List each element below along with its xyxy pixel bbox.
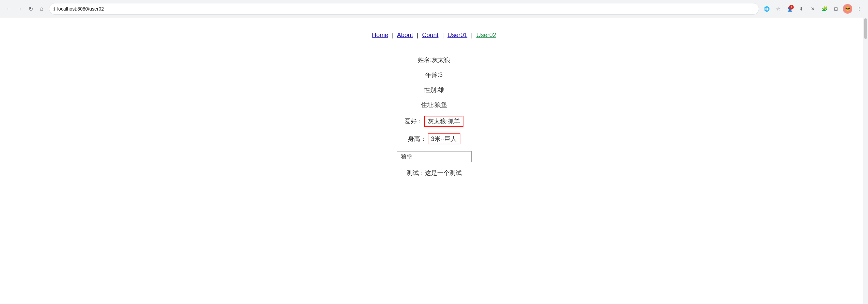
name-label: 姓名:灰太狼 [418,57,450,63]
menu-icon: ⋮ [857,6,862,12]
media-button[interactable]: ⊟ [831,4,841,14]
address-bar[interactable]: ℹ localhost:8080/user02 [49,3,759,15]
page-content: Home | About | Count | User01 | User02 姓… [0,18,868,191]
close-icon: ✕ [811,6,815,12]
avatar-icon: 😎 [845,6,850,11]
user-info: 姓名:灰太狼 年龄:3 性别:雄 住址:狼堡 爱好： 灰太狼:抓羊 身高： 3米… [7,56,861,177]
nav-about[interactable]: About [397,32,413,38]
site-nav: Home | About | Count | User01 | User02 [7,32,861,39]
browser-toolbar: ← → ↻ ⌂ ℹ localhost:8080/user02 🌐 ☆ 👤 2 … [0,0,868,18]
height-row: 身高： 3米--巨人 [408,133,460,144]
separator-4: | [471,32,473,38]
height-value: 3米--巨人 [428,133,460,144]
nav-user01[interactable]: User01 [447,32,467,38]
nav-user02[interactable]: User02 [476,32,496,38]
age-row: 年龄:3 [425,71,443,79]
height-prefix: 身高： [408,135,426,143]
bookmark-button[interactable]: ☆ [773,4,783,14]
close-button[interactable]: ✕ [808,4,818,14]
nav-home[interactable]: Home [372,32,388,38]
badge: 2 [789,5,794,10]
address-bar-container: ℹ localhost:8080/user02 [49,3,759,15]
download-button[interactable]: ⬇ [796,4,806,14]
browser-actions: 🌐 ☆ 👤 2 ⬇ ✕ 🧩 ⊟ 😎 [762,4,864,14]
home-button[interactable]: ⌂ [37,4,46,14]
url-text: localhost:8080/user02 [57,6,755,12]
extensions-button[interactable]: 🧩 [820,4,829,14]
translate-icon: 🌐 [764,6,770,12]
test-label: 测试：这是一个测试 [407,170,462,176]
avatar-button[interactable]: 😎 [843,4,852,14]
gender-label: 性别:雄 [424,86,444,93]
nav-count[interactable]: Count [422,32,438,38]
scrollbar[interactable] [863,18,868,191]
address-row: 住址:狼堡 [421,101,447,109]
address-input-container [397,151,472,162]
forward-button[interactable]: → [15,4,25,14]
profile-button[interactable]: 👤 2 [785,4,794,14]
nav-buttons: ← → ↻ ⌂ [4,4,46,14]
media-icon: ⊟ [834,6,838,12]
download-icon: ⬇ [799,6,803,12]
address-input[interactable] [397,151,472,162]
puzzle-icon: 🧩 [822,6,827,12]
browser-chrome: ← → ↻ ⌂ ℹ localhost:8080/user02 🌐 ☆ 👤 2 … [0,0,868,18]
separator-1: | [392,32,394,38]
separator-2: | [417,32,419,38]
name-row: 姓名:灰太狼 [418,56,450,64]
star-icon: ☆ [776,6,780,12]
translate-button[interactable]: 🌐 [762,4,771,14]
separator-3: | [442,32,444,38]
scrollbar-thumb [864,18,867,39]
hobby-row: 爱好： 灰太狼:抓羊 [405,116,463,127]
age-label: 年龄:3 [425,71,443,78]
address-label: 住址:狼堡 [421,101,447,108]
menu-button[interactable]: ⋮ [854,4,864,14]
hobby-prefix: 爱好： [405,117,423,125]
back-button[interactable]: ← [4,4,14,14]
test-row: 测试：这是一个测试 [407,169,462,177]
security-icon: ℹ [53,6,55,12]
reload-button[interactable]: ↻ [26,4,35,14]
hobby-value: 灰太狼:抓羊 [424,116,463,127]
gender-row: 性别:雄 [424,86,444,94]
